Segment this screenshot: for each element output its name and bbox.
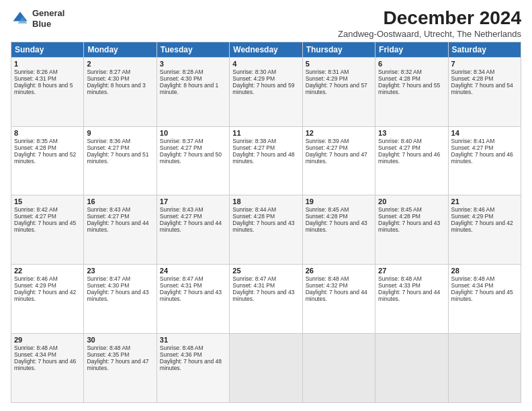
day-cell: 6Sunrise: 8:32 AMSunset: 4:28 PMDaylight… (375, 57, 448, 126)
day-number: 8 (14, 129, 81, 137)
day-number: 5 (306, 60, 372, 68)
day-cell (302, 334, 375, 403)
day-cell: 20Sunrise: 8:45 AMSunset: 4:28 PMDayligh… (375, 195, 448, 265)
day-cell: 29Sunrise: 8:48 AMSunset: 4:34 PMDayligh… (11, 334, 84, 403)
svg-marker-0 (13, 11, 28, 21)
day-number: 13 (378, 129, 445, 137)
day-number: 11 (232, 129, 299, 137)
day-number: 18 (232, 197, 299, 205)
calendar-table: SundayMondayTuesdayWednesdayThursdayFrid… (11, 42, 521, 403)
day-number: 30 (87, 336, 153, 344)
day-cell: 31Sunrise: 8:48 AMSunset: 4:36 PMDayligh… (157, 334, 229, 403)
day-cell: 23Sunrise: 8:47 AMSunset: 4:30 PMDayligh… (84, 265, 157, 334)
day-cell: 25Sunrise: 8:47 AMSunset: 4:31 PMDayligh… (230, 265, 302, 334)
subtitle: Zandweg-Oostwaard, Utrecht, The Netherla… (338, 29, 521, 39)
day-number: 2 (87, 60, 153, 68)
day-number: 16 (87, 197, 153, 205)
day-cell (448, 334, 521, 403)
day-cell: 8Sunrise: 8:35 AMSunset: 4:28 PMDaylight… (11, 126, 84, 195)
day-number: 31 (160, 336, 226, 344)
col-header-monday: Monday (84, 42, 157, 57)
day-number: 4 (232, 60, 299, 68)
day-cell: 12Sunrise: 8:39 AMSunset: 4:27 PMDayligh… (302, 126, 375, 195)
day-number: 21 (451, 197, 518, 205)
day-cell: 14Sunrise: 8:41 AMSunset: 4:27 PMDayligh… (448, 126, 521, 195)
day-cell: 10Sunrise: 8:37 AMSunset: 4:27 PMDayligh… (157, 126, 229, 195)
day-cell: 13Sunrise: 8:40 AMSunset: 4:27 PMDayligh… (375, 126, 448, 195)
page: General Blue December 2024 Zandweg-Oostw… (0, 0, 532, 411)
day-cell: 28Sunrise: 8:48 AMSunset: 4:34 PMDayligh… (448, 265, 521, 334)
day-cell: 21Sunrise: 8:46 AMSunset: 4:29 PMDayligh… (448, 195, 521, 265)
day-number: 15 (14, 197, 81, 205)
day-number: 27 (378, 267, 445, 275)
col-header-thursday: Thursday (302, 42, 375, 57)
col-header-friday: Friday (375, 42, 448, 57)
col-header-wednesday: Wednesday (230, 42, 302, 57)
day-number: 9 (87, 129, 153, 137)
col-header-sunday: Sunday (11, 42, 84, 57)
header: General Blue December 2024 Zandweg-Oostw… (11, 8, 521, 39)
day-cell: 16Sunrise: 8:43 AMSunset: 4:27 PMDayligh… (84, 195, 157, 265)
day-cell: 22Sunrise: 8:46 AMSunset: 4:29 PMDayligh… (11, 265, 84, 334)
day-number: 6 (378, 60, 445, 68)
day-number: 28 (451, 267, 518, 275)
day-cell: 7Sunrise: 8:34 AMSunset: 4:28 PMDaylight… (448, 57, 521, 126)
logo: General Blue (11, 8, 64, 29)
day-number: 19 (306, 197, 372, 205)
day-cell: 18Sunrise: 8:44 AMSunset: 4:28 PMDayligh… (230, 195, 302, 265)
day-number: 25 (232, 267, 299, 275)
day-cell: 5Sunrise: 8:31 AMSunset: 4:29 PMDaylight… (302, 57, 375, 126)
day-number: 29 (14, 336, 81, 344)
day-cell: 15Sunrise: 8:42 AMSunset: 4:27 PMDayligh… (11, 195, 84, 265)
day-number: 12 (306, 129, 372, 137)
day-number: 1 (14, 60, 81, 68)
day-cell: 30Sunrise: 8:48 AMSunset: 4:35 PMDayligh… (84, 334, 157, 403)
day-cell: 1Sunrise: 8:26 AMSunset: 4:31 PMDaylight… (11, 57, 84, 126)
day-number: 3 (160, 60, 226, 68)
day-cell: 26Sunrise: 8:48 AMSunset: 4:32 PMDayligh… (302, 265, 375, 334)
day-cell (375, 334, 448, 403)
day-cell: 4Sunrise: 8:30 AMSunset: 4:29 PMDaylight… (230, 57, 302, 126)
day-number: 14 (451, 129, 518, 137)
day-number: 23 (87, 267, 153, 275)
day-cell: 24Sunrise: 8:47 AMSunset: 4:31 PMDayligh… (157, 265, 229, 334)
day-number: 10 (160, 129, 226, 137)
day-number: 26 (306, 267, 372, 275)
week-row-4: 22Sunrise: 8:46 AMSunset: 4:29 PMDayligh… (11, 265, 521, 334)
logo-icon (11, 9, 30, 28)
week-row-2: 8Sunrise: 8:35 AMSunset: 4:28 PMDaylight… (11, 126, 521, 195)
title-block: December 2024 Zandweg-Oostwaard, Utrecht… (338, 8, 521, 39)
month-title: December 2024 (338, 8, 521, 29)
day-cell: 17Sunrise: 8:43 AMSunset: 4:27 PMDayligh… (157, 195, 229, 265)
day-cell: 11Sunrise: 8:38 AMSunset: 4:27 PMDayligh… (230, 126, 302, 195)
day-cell: 9Sunrise: 8:36 AMSunset: 4:27 PMDaylight… (84, 126, 157, 195)
day-number: 20 (378, 197, 445, 205)
week-row-3: 15Sunrise: 8:42 AMSunset: 4:27 PMDayligh… (11, 195, 521, 265)
day-cell: 19Sunrise: 8:45 AMSunset: 4:28 PMDayligh… (302, 195, 375, 265)
day-cell: 3Sunrise: 8:28 AMSunset: 4:30 PMDaylight… (157, 57, 229, 126)
week-row-1: 1Sunrise: 8:26 AMSunset: 4:31 PMDaylight… (11, 57, 521, 126)
week-row-5: 29Sunrise: 8:48 AMSunset: 4:34 PMDayligh… (11, 334, 521, 403)
day-number: 24 (160, 267, 226, 275)
day-number: 22 (14, 267, 81, 275)
day-cell: 2Sunrise: 8:27 AMSunset: 4:30 PMDaylight… (84, 57, 157, 126)
col-header-tuesday: Tuesday (157, 42, 229, 57)
day-cell (230, 334, 302, 403)
logo-text: General Blue (32, 8, 64, 29)
day-number: 7 (451, 60, 518, 68)
col-header-saturday: Saturday (448, 42, 521, 57)
day-cell: 27Sunrise: 8:48 AMSunset: 4:33 PMDayligh… (375, 265, 448, 334)
day-number: 17 (160, 197, 226, 205)
